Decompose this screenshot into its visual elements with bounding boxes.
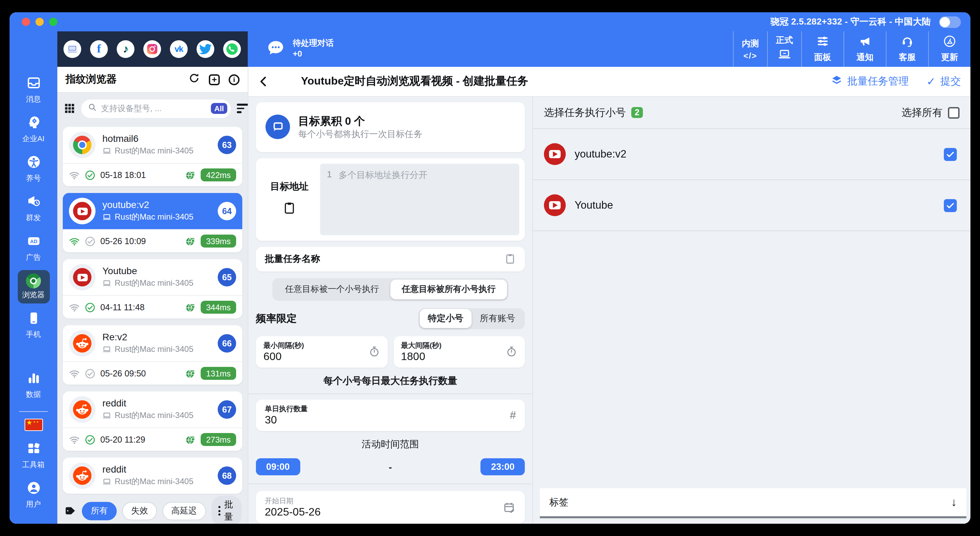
release-button[interactable]: 正式 bbox=[767, 32, 801, 67]
panel-button[interactable]: 面板 bbox=[801, 32, 843, 67]
max-interval-field[interactable]: 最大间隔(秒) 1800 bbox=[393, 336, 525, 367]
facebook-icon[interactable]: f bbox=[90, 40, 108, 58]
min-interval-field[interactable]: 最小间隔(秒) 600 bbox=[256, 336, 387, 367]
china-flag-icon[interactable]: ★★★ bbox=[24, 419, 43, 431]
target-subtitle: 每个小号都将执行一次目标任务 bbox=[298, 128, 422, 141]
profile-number-badge: 67 bbox=[218, 400, 236, 419]
profile-device: Rust的Mac mini-3405 bbox=[115, 278, 194, 289]
account-checkbox-checked[interactable] bbox=[944, 147, 957, 160]
submit-button[interactable]: ✓ 提交 bbox=[926, 75, 961, 88]
select-all-checkbox[interactable] bbox=[948, 107, 959, 118]
select-all[interactable]: 选择所有 bbox=[902, 106, 959, 119]
phone-icon bbox=[26, 311, 41, 328]
search-scope-badge[interactable]: All bbox=[211, 103, 227, 114]
sidebar-item-phone[interactable]: 手机 bbox=[21, 308, 46, 343]
mode-option-single[interactable]: 任意目标被一个小号执行 bbox=[274, 279, 390, 299]
frequency-all-option[interactable]: 所有账号 bbox=[472, 309, 523, 328]
proxy-globe-icon bbox=[185, 302, 196, 312]
divider bbox=[248, 393, 532, 394]
vertical-dots-icon bbox=[218, 506, 220, 515]
profile-device: Rust的Mac mini-3405 bbox=[115, 476, 194, 488]
twitter-icon[interactable] bbox=[197, 40, 214, 58]
minimize-window-button[interactable] bbox=[35, 18, 44, 26]
search-field[interactable]: All bbox=[81, 99, 231, 117]
sidebar-item-ads[interactable]: AD 广告 bbox=[21, 230, 46, 266]
sidebar-item-bulk-send[interactable]: 群发 bbox=[21, 191, 46, 227]
whatsapp-icon[interactable] bbox=[223, 40, 241, 58]
check-circle-icon bbox=[84, 170, 95, 180]
laptop-icon bbox=[102, 147, 111, 155]
profile-device: Rust的Mac mini-3405 bbox=[115, 410, 194, 422]
profile-card[interactable]: Youtube Rust的Mac mini-3405 65 04-11 11:4… bbox=[63, 259, 242, 319]
sidebar-item-account-nurturing[interactable]: 养号 bbox=[21, 151, 46, 187]
support-button[interactable]: 客服 bbox=[886, 32, 928, 67]
browser-profiles-panel: 指纹浏览器 + i All bbox=[57, 67, 248, 524]
info-icon[interactable]: i bbox=[229, 74, 240, 85]
sidebar-item-user[interactable]: 用户 bbox=[21, 477, 46, 513]
account-row[interactable]: Youtube bbox=[533, 180, 970, 230]
close-window-button[interactable] bbox=[22, 18, 30, 26]
divider bbox=[248, 484, 532, 485]
profile-number-badge: 64 bbox=[218, 202, 236, 220]
add-profile-icon[interactable]: + bbox=[209, 74, 220, 85]
end-time-button[interactable]: 23:00 bbox=[481, 458, 525, 476]
notifications-button[interactable]: 通知 bbox=[843, 32, 886, 67]
sidebar-item-toolbox[interactable]: 工具箱 bbox=[18, 438, 49, 473]
task-name-field[interactable]: 批量任务名称 bbox=[256, 247, 525, 271]
theme-toggle[interactable] bbox=[939, 16, 961, 28]
task-name-label: 批量任务名称 bbox=[265, 253, 320, 265]
target-address-textarea[interactable]: 1 多个目标地址换行分开 bbox=[320, 164, 519, 235]
svg-text:AD: AD bbox=[30, 239, 37, 244]
check-circle-icon bbox=[84, 302, 95, 312]
time-range-dash: - bbox=[300, 461, 481, 473]
code-icon: </> bbox=[743, 51, 757, 60]
search-input[interactable] bbox=[101, 104, 207, 113]
batch-button[interactable]: 批量 bbox=[211, 496, 241, 524]
calendar-edit-icon bbox=[503, 501, 516, 514]
start-time-button[interactable]: 09:00 bbox=[256, 458, 300, 476]
clipboard-icon[interactable] bbox=[283, 201, 296, 218]
filter-all[interactable]: 所有 bbox=[82, 501, 117, 520]
sidebar-item-messages[interactable]: 消息 bbox=[21, 72, 46, 108]
instagram-icon[interactable] bbox=[143, 40, 161, 58]
tag-icon[interactable] bbox=[64, 504, 76, 517]
sidebar-item-browser[interactable]: 浏览器 bbox=[18, 270, 49, 303]
profiles-title: 指纹浏览器 bbox=[65, 73, 117, 86]
website-icon[interactable] bbox=[64, 40, 81, 58]
topbar-corner bbox=[10, 32, 57, 67]
frequency-specific-option[interactable]: 特定小号 bbox=[420, 309, 472, 328]
profile-card[interactable]: Re:v2 Rust的Mac mini-3405 66 05-26 09:50 … bbox=[63, 325, 242, 385]
account-row[interactable]: youtube:v2 bbox=[533, 129, 970, 179]
sidebar-item-enterprise-ai[interactable]: 企业AI bbox=[18, 112, 49, 147]
bar-chart-icon bbox=[26, 371, 41, 388]
zoom-window-button[interactable] bbox=[49, 18, 57, 26]
update-button[interactable]: 更新 bbox=[928, 32, 970, 67]
sidebar-item-data[interactable]: 数据 bbox=[21, 368, 46, 403]
refresh-icon[interactable] bbox=[188, 72, 200, 87]
mode-option-all[interactable]: 任意目标被所有小号执行 bbox=[390, 279, 507, 299]
grid-view-icon[interactable] bbox=[64, 103, 75, 114]
account-checkbox-checked[interactable] bbox=[944, 199, 957, 212]
sort-icon[interactable] bbox=[237, 104, 248, 113]
youtube-icon bbox=[73, 202, 91, 220]
tiktok-icon[interactable]: ♪ bbox=[117, 40, 134, 58]
profile-card[interactable]: hotmail6 Rust的Mac mini-3405 63 05-18 18:… bbox=[63, 127, 242, 186]
titlebar: 骁冠 2.5.282+332 - 守一云科 - 中国大陆 bbox=[10, 12, 970, 32]
beta-button[interactable]: 内测 </> bbox=[733, 32, 767, 67]
tags-field[interactable]: 标签 ↓ bbox=[540, 488, 966, 518]
pending-chats[interactable]: 待处理对话 +0 bbox=[248, 32, 733, 67]
vk-icon[interactable]: vk bbox=[170, 40, 188, 58]
profile-card[interactable]: reddit Rust的Mac mini-3405 68 bbox=[63, 458, 242, 494]
profile-card-selected[interactable]: youtube:v2 Rust的Mac mini-3405 64 05-26 1… bbox=[63, 193, 242, 252]
profile-card[interactable]: reddit Rust的Mac mini-3405 67 05-20 11:29… bbox=[63, 392, 242, 451]
filter-invalid[interactable]: 失效 bbox=[122, 501, 157, 520]
wifi-icon bbox=[69, 434, 80, 445]
daily-count-field[interactable]: 单日执行数量 30 # bbox=[256, 400, 525, 431]
filter-high-latency[interactable]: 高延迟 bbox=[162, 501, 206, 520]
batch-task-manage-button[interactable]: 批量任务管理 bbox=[830, 75, 909, 89]
start-date-field[interactable]: 开始日期 2025-05-26 bbox=[256, 491, 525, 524]
account-name: youtube:v2 bbox=[574, 148, 627, 160]
max-interval-value: 1800 bbox=[401, 350, 442, 362]
back-button[interactable] bbox=[258, 76, 270, 87]
line-number: 1 bbox=[327, 169, 332, 179]
